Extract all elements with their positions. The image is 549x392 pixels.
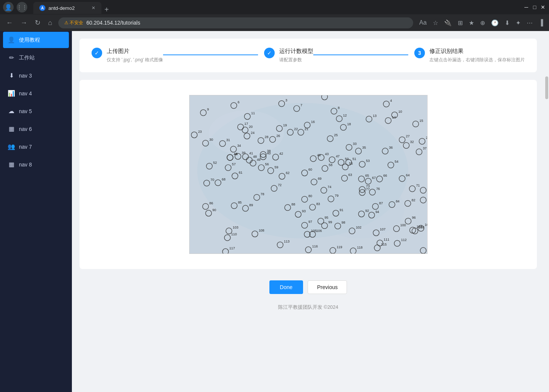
svg-text:79: 79 [334, 194, 338, 198]
app-layout: 👤 使用教程 ✏ 工作站 ⬇ nav 3 📊 nav 4 ☁ nav 5 ▦ n… [0, 31, 549, 392]
svg-text:67: 67 [372, 176, 376, 180]
step2-desc: 请配置参数 [279, 56, 313, 63]
previous-button[interactable]: Previous [308, 280, 347, 294]
svg-text:15: 15 [419, 119, 423, 123]
close-button[interactable]: ✕ [540, 4, 546, 10]
svg-text:94: 94 [375, 210, 379, 214]
tab-groups-button[interactable]: ⊞ [456, 18, 464, 28]
collections-button[interactable]: ⊕ [479, 18, 487, 28]
svg-text:27: 27 [406, 134, 409, 138]
main-content: ✓ 上传图片 仅支持 '.jpg', '.png' 格式图像 ✓ 运行计数模型 … [72, 31, 544, 392]
footer: 陈江平教援团队开发 ©2024 [79, 298, 537, 317]
url-bar[interactable]: ⚠ 不安全 60.204.154.12/tutorials [58, 17, 413, 28]
history-button[interactable]: 🕐 [490, 18, 500, 28]
downloads-button[interactable]: ⬇ [503, 18, 511, 28]
svg-text:88: 88 [291, 202, 295, 206]
svg-text:119: 119 [336, 245, 342, 249]
copilot-button[interactable]: ✦ [514, 18, 522, 28]
sidebar-item-workstation-label: 工作站 [19, 54, 35, 61]
right-scrollbar[interactable] [544, 31, 549, 392]
read-mode-button[interactable]: Aa [418, 18, 428, 28]
svg-text:107: 107 [380, 227, 386, 231]
button-row: Done Previous [79, 277, 537, 298]
svg-text:62: 62 [286, 171, 289, 175]
svg-text:29: 29 [426, 136, 427, 140]
svg-text:6: 6 [237, 100, 239, 104]
svg-text:90: 90 [212, 208, 216, 212]
svg-text:60: 60 [308, 168, 312, 171]
apps-icon[interactable]: ⋮⋮ [17, 2, 27, 12]
favorites-button[interactable]: ★ [467, 18, 476, 28]
nav3-icon: ⬇ [8, 72, 15, 79]
svg-text:91: 91 [339, 208, 343, 212]
svg-text:21: 21 [305, 127, 308, 131]
step-1: ✓ 上传图片 仅支持 '.jpg', '.png' 格式图像 [92, 48, 163, 63]
svg-text:7: 7 [300, 103, 302, 107]
step2-title: 运行计数模型 [279, 48, 313, 55]
sidebar-item-nav3[interactable]: ⬇ nav 3 [0, 67, 72, 84]
svg-text:51: 51 [352, 157, 356, 161]
step2-content: 运行计数模型 请配置参数 [279, 48, 313, 63]
profile-icon[interactable]: 👤 [3, 2, 14, 12]
svg-text:86: 86 [209, 201, 213, 205]
sidebar-item-nav8-label: nav 8 [19, 162, 32, 168]
minimize-button[interactable]: ─ [523, 4, 529, 10]
bookmark-button[interactable]: ☆ [431, 18, 440, 28]
sidebar-item-workstation[interactable]: ✏ 工作站 [0, 49, 72, 67]
scroll-thumb[interactable] [545, 76, 548, 99]
svg-text:42: 42 [279, 152, 283, 156]
svg-text:72: 72 [278, 183, 281, 187]
sidebar-toggle-button[interactable]: ▐ [537, 18, 544, 28]
tab-close-button[interactable]: ✕ [92, 5, 95, 11]
svg-text:24: 24 [250, 131, 254, 135]
address-actions: Aa ☆ 🔌 ⊞ ★ ⊕ 🕐 ⬇ ✦ ⋯ ▐ [418, 18, 544, 28]
browser-extensions-button[interactable]: 🔌 [443, 18, 453, 28]
svg-text:71: 71 [416, 184, 420, 187]
reload-button[interactable]: ↻ [33, 17, 42, 28]
svg-text:102: 102 [356, 226, 361, 229]
dot-image[interactable]: 2346789101112131415161718192021222324252… [189, 95, 428, 254]
home-button[interactable]: ⌂ [47, 17, 54, 28]
svg-text:83: 83 [316, 202, 320, 206]
step2-done-icon: ✓ [264, 48, 275, 58]
svg-text:75: 75 [427, 185, 427, 189]
done-button[interactable]: Done [269, 280, 303, 294]
sidebar-item-nav6[interactable]: ▦ nav 6 [0, 120, 72, 138]
svg-text:8: 8 [337, 106, 339, 110]
new-tab-button[interactable]: + [101, 5, 112, 14]
maximize-button[interactable]: □ [532, 4, 538, 10]
browser-chrome: 👤 ⋮⋮ A antd-demo2 ✕ + ─ □ ✕ ← → ↻ ⌂ ⚠ 不安… [0, 0, 549, 31]
active-tab[interactable]: A antd-demo2 ✕ [33, 2, 101, 14]
svg-text:20: 20 [249, 125, 252, 129]
svg-text:118: 118 [357, 246, 362, 249]
svg-text:46: 46 [317, 153, 320, 157]
settings-button[interactable]: ⋯ [525, 18, 534, 28]
svg-text:35: 35 [362, 146, 366, 149]
svg-text:61: 61 [238, 171, 242, 174]
sidebar-item-nav5-label: nav 5 [19, 108, 32, 114]
svg-text:95: 95 [324, 216, 328, 219]
svg-text:4: 4 [390, 99, 392, 103]
sidebar-item-nav7[interactable]: 👥 nav 7 [0, 138, 72, 156]
svg-text:19: 19 [283, 123, 287, 127]
svg-text:117: 117 [229, 246, 235, 250]
sidebar-item-nav4[interactable]: 📊 nav 4 [0, 84, 72, 102]
svg-text:32: 32 [410, 140, 414, 144]
title-bar: 👤 ⋮⋮ A antd-demo2 ✕ + ─ □ ✕ [0, 0, 549, 14]
sidebar-item-tutorials[interactable]: 👤 使用教程 [3, 32, 69, 48]
forward-button[interactable]: → [19, 17, 29, 28]
svg-text:64: 64 [406, 173, 409, 177]
svg-text:16: 16 [311, 120, 314, 124]
svg-text:45: 45 [233, 152, 237, 156]
dots-visualization: 2346789101112131415161718192021222324252… [190, 95, 427, 254]
svg-text:113: 113 [284, 240, 289, 243]
svg-text:41: 41 [249, 151, 253, 155]
step-2: ✓ 运行计数模型 请配置参数 [264, 48, 313, 63]
svg-text:26: 26 [276, 134, 280, 138]
sidebar-item-nav8[interactable]: ▦ nav 8 [0, 156, 72, 173]
back-button[interactable]: ← [5, 17, 14, 28]
svg-text:58: 58 [328, 163, 332, 167]
sidebar-item-nav5[interactable]: ☁ nav 5 [0, 102, 72, 120]
nav5-icon: ☁ [8, 107, 15, 115]
svg-text:65: 65 [365, 174, 369, 177]
